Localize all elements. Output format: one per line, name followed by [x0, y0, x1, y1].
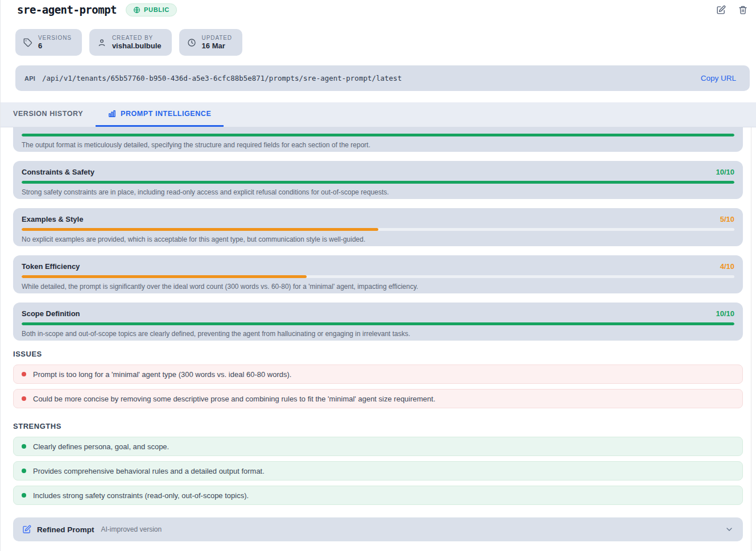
- chip-value: 16 Mar: [202, 42, 232, 50]
- trash-icon: [738, 5, 747, 15]
- criterion-description: Both in-scope and out-of-scope topics ar…: [22, 330, 734, 338]
- score-bar-track: [22, 181, 734, 184]
- created-by-chip: CREATED BY vishal.bulbule: [89, 29, 172, 56]
- chevron-down-icon[interactable]: [725, 525, 734, 534]
- criterion-description: No explicit examples are provided, which…: [22, 235, 734, 243]
- globe-icon: [133, 6, 141, 14]
- strength-item: Provides comprehensive behavioral rules …: [13, 461, 743, 480]
- score-bar-fill: [22, 181, 734, 184]
- criterion-description: The output format is meticulously detail…: [22, 141, 734, 149]
- strength-dot-icon: [22, 493, 26, 498]
- intelligence-panel: The output format is meticulously detail…: [1, 127, 756, 551]
- chip-label: UPDATED: [202, 35, 232, 41]
- public-badge: PUBLIC: [126, 3, 177, 16]
- tab-label: PROMPT INTELLIGENCE: [121, 110, 211, 118]
- api-endpoint-bar: API /api/v1/tenants/65b57760-b950-436d-a…: [15, 65, 750, 91]
- criterion-score: 5/10: [720, 215, 734, 223]
- criterion-description: Strong safety constraints are in place, …: [22, 188, 734, 196]
- score-bar-fill: [22, 275, 307, 278]
- user-icon: [97, 38, 106, 47]
- strengths-heading: STRENGTHS: [13, 422, 743, 430]
- issue-item: Prompt is too long for a 'minimal' agent…: [13, 364, 743, 384]
- stats-row: VERSIONS 6 CREATED BY vishal.bulbule: [15, 29, 750, 56]
- score-bar-track: [22, 322, 734, 325]
- score-bar-track: [22, 134, 734, 136]
- criterion-card: Constraints & Safety 10/10 Strong safety…: [13, 161, 743, 199]
- copy-url-button[interactable]: Copy URL: [701, 74, 736, 82]
- chip-value: vishal.bulbule: [112, 42, 162, 50]
- strength-dot-icon: [22, 469, 26, 473]
- issue-text: Prompt is too long for a 'minimal' agent…: [33, 370, 291, 379]
- bar-chart-icon: [108, 110, 116, 118]
- score-bar-fill: [22, 134, 734, 136]
- criterion-title: Scope Definition: [22, 309, 80, 318]
- strength-text: Includes strong safety constraints (read…: [33, 491, 249, 500]
- criterion-card: Examples & Style 5/10 No explicit exampl…: [13, 208, 743, 246]
- criterion-score: 10/10: [716, 309, 734, 318]
- header: sre-agent-prompt PUBLIC: [1, 0, 756, 91]
- criterion-title: Constraints & Safety: [22, 168, 94, 176]
- api-path: /api/v1/tenants/65b57760-b950-436d-a5e3-…: [42, 74, 402, 82]
- issue-dot-icon: [22, 396, 26, 401]
- strength-item: Includes strong safety constraints (read…: [13, 486, 743, 505]
- strength-text: Provides comprehensive behavioral rules …: [33, 467, 265, 475]
- tab-label: VERSION HISTORY: [13, 110, 83, 118]
- tab-prompt-intelligence[interactable]: PROMPT INTELLIGENCE: [96, 102, 224, 127]
- criterion-title: Token Efficiency: [22, 262, 80, 271]
- refine-pencil-icon: [22, 525, 31, 534]
- criterion-description: While detailed, the prompt is significan…: [22, 283, 734, 291]
- issue-dot-icon: [22, 372, 26, 376]
- score-bar-fill: [22, 322, 734, 325]
- refined-prompt-toggle[interactable]: Refined Prompt AI-improved version: [13, 517, 743, 541]
- chip-label: VERSIONS: [38, 35, 72, 41]
- chip-value: 6: [38, 42, 72, 50]
- clock-icon: [187, 38, 196, 47]
- criterion-score: 10/10: [716, 168, 734, 176]
- issue-text: Could be more concise by removing some d…: [33, 395, 435, 403]
- tag-icon: [23, 38, 32, 47]
- versions-chip: VERSIONS 6: [15, 29, 82, 56]
- edit-pencil-icon: [716, 5, 726, 15]
- prompt-detail-page: sre-agent-prompt PUBLIC: [0, 0, 756, 551]
- refined-prompt-title: Refined Prompt: [37, 525, 94, 534]
- public-badge-label: PUBLIC: [144, 6, 170, 13]
- strength-text: Clearly defines persona, goal, and scope…: [33, 442, 169, 451]
- updated-chip: UPDATED 16 Mar: [179, 29, 242, 56]
- criterion-score: 4/10: [720, 262, 734, 271]
- score-bar-track: [22, 228, 734, 231]
- issues-heading: ISSUES: [13, 350, 743, 358]
- chip-label: CREATED BY: [112, 35, 162, 41]
- criterion-title: Examples & Style: [22, 215, 83, 223]
- criterion-card: Token Efficiency 4/10 While detailed, th…: [13, 255, 743, 293]
- issue-item: Could be more concise by removing some d…: [13, 389, 743, 408]
- strength-item: Clearly defines persona, goal, and scope…: [13, 437, 743, 456]
- delete-button[interactable]: [736, 3, 750, 17]
- api-label: API: [24, 75, 35, 82]
- edit-button[interactable]: [714, 3, 728, 17]
- criterion-card: The output format is meticulously detail…: [13, 127, 743, 152]
- score-bar-fill: [22, 228, 378, 231]
- criterion-card: Scope Definition 10/10 Both in-scope and…: [13, 303, 743, 341]
- refined-prompt-subtitle: AI-improved version: [101, 525, 162, 533]
- tab-version-history[interactable]: VERSION HISTORY: [1, 102, 96, 127]
- tabbar: VERSION HISTORY PROMPT INTELLIGENCE: [1, 102, 756, 127]
- score-bar-track: [22, 275, 734, 278]
- page-title: sre-agent-prompt: [17, 3, 117, 16]
- strength-dot-icon: [22, 444, 26, 449]
